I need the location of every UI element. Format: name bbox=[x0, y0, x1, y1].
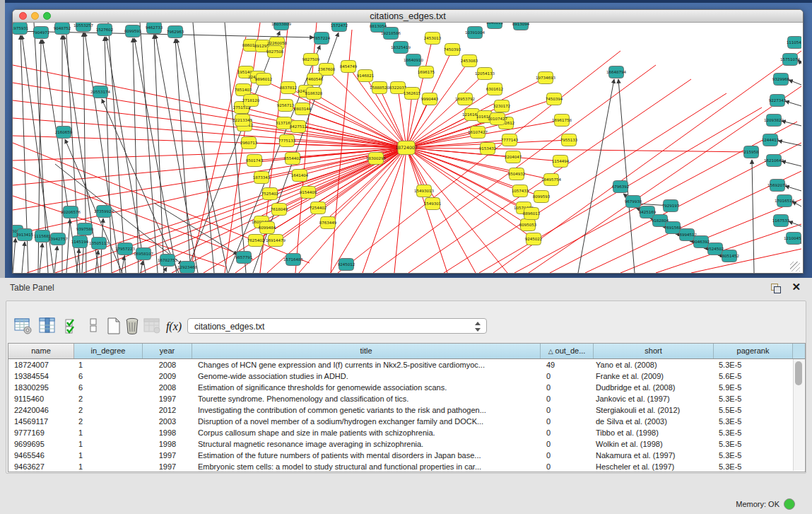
table-cell[interactable]: 5.3E-5 bbox=[714, 359, 793, 370]
paper-node-yellow[interactable]: 9146821 bbox=[357, 70, 375, 82]
table-cell[interactable]: 2008 bbox=[143, 359, 192, 370]
table-cell[interactable]: 1998 bbox=[143, 438, 192, 450]
citation-edge-red[interactable] bbox=[27, 148, 406, 273]
table-cell[interactable]: 5.3E-5 bbox=[714, 416, 793, 427]
paper-node-teal[interactable]: 9462733 bbox=[146, 23, 163, 34]
table-cell[interactable]: Stergiakouli et al. (2012) bbox=[594, 404, 714, 416]
paper-node-yellow[interactable]: 18724007 bbox=[395, 141, 418, 155]
paper-node-yellow[interactable]: 7777143 bbox=[501, 134, 519, 146]
citation-edge-black[interactable] bbox=[177, 39, 228, 273]
paper-node-teal[interactable]: 1145194 bbox=[71, 236, 89, 248]
paper-node-teal[interactable]: 8099591 bbox=[124, 25, 142, 37]
table-row[interactable]: 911546021997Tourette syndrome. Phenomeno… bbox=[8, 393, 805, 404]
paper-node-teal[interactable]: 9329966 bbox=[772, 74, 790, 86]
citation-edge-red[interactable] bbox=[406, 148, 751, 152]
table-cell[interactable]: 0 bbox=[541, 427, 594, 438]
citation-edge-red[interactable] bbox=[331, 148, 406, 273]
citation-edge-black[interactable] bbox=[141, 261, 143, 273]
table-cell[interactable]: Dudbridge et al. (2008) bbox=[594, 382, 714, 393]
paper-node-teal[interactable]: 18325419 bbox=[391, 42, 411, 54]
citation-edge-black[interactable] bbox=[752, 160, 754, 273]
column-header-title[interactable]: title bbox=[192, 344, 541, 358]
paper-node-teal[interactable]: 7929197 bbox=[662, 200, 680, 212]
paper-node-yellow[interactable]: 1362615 bbox=[404, 88, 421, 100]
paper-node-yellow[interactable]: 18495754 bbox=[541, 174, 561, 186]
paper-node-yellow[interactable]: 7450394 bbox=[546, 93, 563, 105]
table-cell[interactable]: 5.3E-5 bbox=[714, 461, 793, 472]
paper-node-yellow[interactable]: 2453083 bbox=[461, 55, 478, 67]
paper-node-yellow[interactable]: 7851403 bbox=[235, 84, 252, 96]
paper-node-yellow[interactable]: 2204047 bbox=[505, 151, 522, 163]
paper-node-teal[interactable]: 9846012 bbox=[486, 23, 504, 29]
table-cell[interactable]: 1998 bbox=[143, 427, 192, 438]
delete-table-button[interactable] bbox=[122, 317, 142, 337]
citation-edge-black[interactable] bbox=[789, 80, 801, 85]
table-cell[interactable]: Estimation of the future numbers of pati… bbox=[192, 450, 541, 461]
paper-node-yellow[interactable]: 2803144 bbox=[294, 103, 312, 115]
citation-network-graph[interactable]: 1975931790497190487521055325715276028099… bbox=[13, 23, 801, 273]
paper-node-teal[interactable]: 17359924 bbox=[94, 206, 114, 218]
table-cell[interactable]: de Silva et al. (2003) bbox=[594, 416, 714, 427]
table-row[interactable]: 969969511998Structural magnetic resonanc… bbox=[8, 438, 805, 450]
paper-node-teal[interactable]: 9679938 bbox=[625, 196, 642, 208]
window-resize-grip[interactable] bbox=[790, 262, 800, 271]
paper-node-teal[interactable]: 7857224 bbox=[313, 33, 331, 45]
table-cell[interactable]: 2009 bbox=[143, 370, 192, 382]
table-cell[interactable]: 1 bbox=[74, 438, 143, 450]
citation-edge-black[interactable] bbox=[66, 23, 80, 273]
table-row[interactable]: 946362711997Embryonic stem cells: a mode… bbox=[8, 461, 805, 472]
table-cell[interactable]: 0 bbox=[541, 416, 594, 427]
column-header-in_degree[interactable]: in_degree bbox=[74, 344, 143, 358]
paper-node-yellow[interactable]: 16961758 bbox=[552, 115, 572, 127]
table-cell[interactable]: 1997 bbox=[143, 450, 192, 461]
memory-status-indicator[interactable] bbox=[784, 498, 795, 510]
table-cell[interactable]: 22420046 bbox=[8, 404, 74, 416]
table-row[interactable]: 1456911722003Disruption of a novel membe… bbox=[8, 416, 805, 427]
paper-node-teal[interactable]: 12923468 bbox=[177, 262, 197, 274]
column-header-year[interactable]: year bbox=[143, 344, 192, 358]
paper-node-yellow[interactable]: 7618049 bbox=[271, 204, 288, 216]
table-cell[interactable]: 0 bbox=[541, 461, 594, 472]
column-header-pagerank[interactable]: pagerank bbox=[714, 344, 793, 358]
paper-node-yellow[interactable]: 15493013 bbox=[414, 185, 434, 197]
paper-node-yellow[interactable]: 6301612 bbox=[486, 83, 504, 95]
citation-edge-black[interactable] bbox=[785, 186, 801, 191]
citation-edge-black[interactable] bbox=[782, 121, 801, 126]
citation-edge-black[interactable] bbox=[155, 35, 198, 273]
paper-node-teal[interactable]: 2160659 bbox=[55, 127, 73, 139]
table-cell[interactable]: 1 bbox=[74, 427, 143, 438]
table-row[interactable]: 2242004622012Investigating the contribut… bbox=[8, 404, 805, 416]
table-cell[interactable]: Yano et al. (2008) bbox=[594, 359, 714, 370]
table-cell[interactable]: 0 bbox=[541, 404, 594, 416]
paper-node-yellow[interactable]: 9896012 bbox=[255, 74, 273, 86]
paper-node-yellow[interactable]: 1873343 bbox=[253, 172, 271, 184]
network-window-titlebar[interactable]: citations_edges.txt bbox=[13, 10, 803, 23]
paper-node-yellow[interactable]: 8504932 bbox=[508, 168, 526, 180]
citation-edge-red[interactable] bbox=[13, 148, 406, 160]
paper-node-teal[interactable]: 18640910 bbox=[404, 54, 423, 66]
column-chooser-button[interactable] bbox=[37, 317, 57, 337]
paper-node-yellow[interactable]: 2718120 bbox=[242, 95, 260, 107]
citation-edge-black[interactable] bbox=[122, 256, 124, 273]
vertical-scrollbar[interactable] bbox=[793, 359, 804, 471]
paper-node-yellow[interactable]: 8099593 bbox=[533, 191, 551, 203]
paper-node-teal[interactable]: 9857791 bbox=[235, 252, 253, 264]
table-row[interactable]: 1872400712008Changes of HCN gene express… bbox=[8, 359, 805, 370]
citation-edge-black[interactable] bbox=[54, 246, 57, 273]
paper-node-yellow[interactable]: 1696175 bbox=[418, 66, 435, 78]
paper-node-yellow[interactable]: 7460546 bbox=[306, 74, 324, 86]
column-header-out_de[interactable]: △out_de... bbox=[541, 344, 594, 358]
citation-edge-black[interactable] bbox=[578, 79, 614, 273]
table-cell[interactable]: Embryonic stem cells: a model to study s… bbox=[192, 461, 541, 472]
citation-edge-black[interactable] bbox=[782, 161, 801, 166]
table-cell[interactable]: 5.3E-5 bbox=[714, 450, 793, 461]
paper-node-yellow[interactable]: 1641404 bbox=[291, 170, 309, 182]
paper-node-yellow[interactable]: 16107427 bbox=[468, 127, 488, 139]
citation-edge-red[interactable] bbox=[529, 86, 801, 273]
table-cell[interactable]: Genome-wide association studies in ADHD. bbox=[192, 370, 541, 382]
table-cell[interactable]: Disruption of a novel member of a sodium… bbox=[192, 416, 541, 427]
paper-node-teal[interactable]: 9245012 bbox=[338, 259, 355, 271]
table-cell[interactable]: 6 bbox=[74, 370, 143, 382]
citation-edge-black[interactable] bbox=[22, 242, 25, 273]
paper-node-teal[interactable]: 17016514 bbox=[775, 195, 794, 207]
